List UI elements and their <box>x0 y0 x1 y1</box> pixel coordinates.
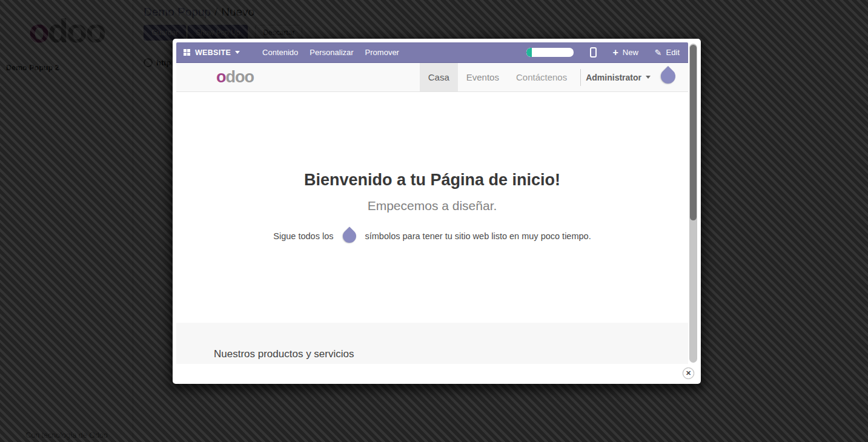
website-menu-label: WEBSITE <box>195 48 231 57</box>
hint-text-after: símbolos para tener tu sitio web listo e… <box>365 231 591 241</box>
welcome-hint: Sigue todos los símbolos para tener tu s… <box>176 226 688 246</box>
pencil-icon: ✎ <box>655 48 662 57</box>
toolbar-right-group: + New ✎ Edit <box>526 47 689 58</box>
logo-rest: doo <box>226 68 254 86</box>
new-button-label: New <box>623 48 638 57</box>
products-section-title: Nuestros productos y servicios <box>214 348 688 360</box>
menu-item-content[interactable]: Contenido <box>262 48 298 57</box>
welcome-section: Bienvenido a tu Página de inicio! Empece… <box>176 92 688 323</box>
menu-item-promote[interactable]: Promover <box>365 48 399 57</box>
tour-drop-icon[interactable] <box>658 65 678 88</box>
mobile-preview-icon[interactable] <box>590 47 597 58</box>
hint-text-before: Sigue todos los <box>273 231 333 241</box>
nav-divider <box>580 69 581 86</box>
welcome-title-strong: Página de inicio! <box>430 171 560 189</box>
close-icon[interactable]: ✕ <box>683 368 694 379</box>
site-header: odoo Casa Eventos Contáctenos Administra… <box>176 63 688 92</box>
nav-tab-contact[interactable]: Contáctenos <box>508 63 575 91</box>
welcome-title: Bienvenido a tu Página de inicio! <box>176 171 688 190</box>
chevron-down-icon <box>235 51 240 54</box>
website-editor-toolbar: WEBSITE Contenido Personalizar Promover … <box>176 42 688 63</box>
edit-button[interactable]: ✎ Edit <box>655 48 680 57</box>
welcome-title-normal: Bienvenido a tu <box>304 171 431 189</box>
website-menu-button[interactable]: WEBSITE <box>176 42 251 62</box>
new-page-button[interactable]: + New <box>613 48 638 58</box>
user-menu-label: Administrator <box>586 73 641 82</box>
website-preview-modal: WEBSITE Contenido Personalizar Promover … <box>173 39 701 384</box>
products-section: Nuestros productos y servicios <box>176 323 688 364</box>
menu-item-customize[interactable]: Personalizar <box>310 48 353 57</box>
chevron-down-icon <box>646 76 651 79</box>
preview-scrollbar-track <box>689 44 697 363</box>
edit-button-label: Edit <box>666 48 680 57</box>
site-nav: Casa Eventos Contáctenos Administrator <box>420 63 688 91</box>
logo-letter: o <box>216 68 226 86</box>
apps-grid-icon <box>184 49 190 56</box>
site-logo[interactable]: odoo <box>216 68 254 87</box>
preview-scrollbar-thumb[interactable] <box>690 45 697 220</box>
tour-drop-icon[interactable] <box>340 226 359 246</box>
welcome-subtitle: Empecemos a diseñar. <box>176 199 688 213</box>
tour-progress-bar <box>526 48 574 57</box>
user-menu[interactable]: Administrator <box>586 73 651 82</box>
nav-tab-events[interactable]: Eventos <box>458 63 508 91</box>
plus-icon: + <box>613 48 618 58</box>
modal-content: WEBSITE Contenido Personalizar Promover … <box>176 42 688 364</box>
tour-progress-fill <box>526 48 532 57</box>
nav-tab-home[interactable]: Casa <box>420 63 458 91</box>
